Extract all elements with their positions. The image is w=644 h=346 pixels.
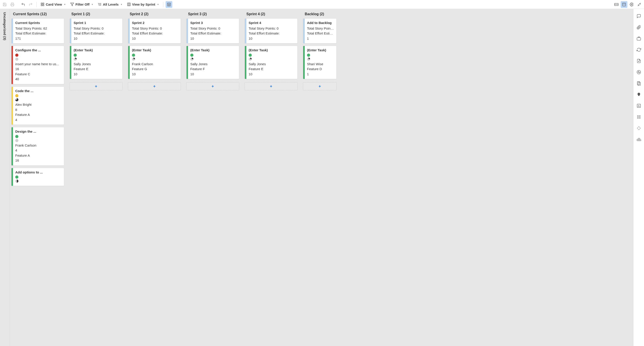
full-view-button[interactable] (621, 1, 628, 8)
lane-body: Add to BacklogTotal Story Points: 0Total… (302, 18, 338, 82)
card-edge (186, 46, 188, 79)
lane-body: Sprint 2Total Story Points: 0Total Effor… (126, 18, 182, 82)
lane-header[interactable]: Sprint 4 (2) (243, 9, 299, 18)
card-edge (245, 19, 246, 43)
task-card[interactable]: (Enter Task)Sally JonesFeature E10 (244, 46, 298, 79)
lane-summary-card[interactable]: Current SprintsTotal Story Points: 62Tot… (11, 18, 64, 43)
lane-view-toggle[interactable] (166, 1, 172, 8)
add-card-button[interactable]: + (128, 82, 181, 90)
lane-header[interactable]: Backlog (2) (302, 9, 338, 18)
lane-summary-card[interactable]: Add to BacklogTotal Story Points: 0Total… (303, 18, 336, 43)
publish-button[interactable] (636, 58, 642, 64)
task-card[interactable]: (Enter Task)Sally JonesFeature E10 (70, 46, 122, 79)
task-title: (Enter Task) (307, 48, 334, 53)
chart-button[interactable] (636, 103, 642, 108)
lane: Sprint 1 (2)Sprint 1Total Story Points: … (68, 9, 124, 189)
caret-icon: ▼ (91, 3, 93, 5)
summary-title: Current Sprints (15, 20, 62, 25)
progress-pie-icon (15, 139, 18, 142)
redo-button[interactable] (28, 1, 34, 8)
columns-icon (127, 2, 131, 6)
summary-effort-label: Total Effort Estimate: (190, 31, 237, 36)
attachments-button[interactable] (636, 25, 642, 30)
compact-view-button[interactable] (613, 1, 620, 8)
gear-icon (630, 2, 634, 6)
print-button[interactable] (9, 1, 16, 8)
filter-dropdown[interactable]: Filter Off ▼ (68, 1, 95, 8)
task-card[interactable]: Code the ...Alex Bright8Feature A4 (11, 86, 64, 125)
compact-icon (614, 3, 619, 6)
plus-icon: + (319, 84, 321, 89)
add-card-button[interactable]: + (70, 82, 122, 90)
task-value-1: 8 (15, 107, 62, 113)
task-card[interactable]: Design the ...Frank Carlson4Feature A16 (11, 127, 64, 166)
task-feature: Feature F (190, 67, 237, 72)
summary-effort-label: Total Effort Estimate: (15, 31, 62, 36)
task-feature: Feature E (248, 67, 295, 72)
svg-point-9 (98, 3, 98, 3)
lane-header[interactable]: Sprint 3 (2) (185, 9, 240, 18)
undo-button[interactable] (20, 1, 26, 8)
summary-effort-value: 171 (15, 36, 62, 41)
activity-button[interactable] (636, 69, 642, 75)
add-card-button[interactable]: + (244, 82, 298, 90)
settings-button[interactable] (628, 1, 635, 8)
card-view-icon (40, 2, 44, 6)
task-title: Design the ... (15, 129, 62, 134)
uncategorized-tab[interactable]: Uncategorized (3) (0, 9, 10, 346)
insight-button[interactable] (636, 92, 642, 97)
task-card[interactable]: Configure the ...insert your name here t… (11, 46, 64, 84)
add-card-button[interactable]: + (186, 82, 239, 90)
publish-icon (636, 59, 641, 63)
refresh-button[interactable] (636, 47, 642, 52)
task-card[interactable]: (Enter Task)Sally JonesFeature F10 (186, 46, 239, 79)
lane-summary-card[interactable]: Sprint 4Total Story Points: 0Total Effor… (244, 18, 298, 43)
collapse-button[interactable] (636, 1, 643, 8)
lane-header[interactable]: Sprint 1 (2) (68, 9, 124, 18)
svg-marker-39 (637, 127, 640, 130)
dashboard-button[interactable] (636, 114, 642, 120)
task-card[interactable]: (Enter Task)Shari WiseFeature D1 (303, 46, 336, 79)
proofs-button[interactable] (636, 36, 642, 41)
task-title: (Enter Task) (74, 48, 120, 53)
comments-button[interactable] (636, 13, 642, 19)
progress-pie-icon (15, 58, 18, 61)
card-edge (12, 127, 13, 165)
brand-button[interactable] (636, 126, 642, 131)
save-button[interactable] (1, 1, 8, 8)
levels-dropdown[interactable]: All Levels ▼ (96, 1, 124, 8)
progress-pie-icon (15, 98, 18, 101)
cloud-button[interactable] (636, 137, 642, 142)
workspace: Uncategorized (3) Current Sprints (12)Cu… (0, 9, 644, 346)
plus-icon: + (95, 84, 98, 89)
add-card-button[interactable]: + (303, 82, 336, 90)
svg-point-11 (99, 5, 99, 5)
uncategorized-tab-label: Uncategorized (3) (3, 12, 7, 40)
lane-summary-card[interactable]: Sprint 3Total Story Points: 0Total Effor… (186, 18, 239, 43)
task-assignee: Sally Jones (248, 62, 295, 67)
lane-summary-card[interactable]: Sprint 2Total Story Points: 0Total Effor… (128, 18, 181, 43)
task-value-2: 4 (15, 117, 62, 123)
board[interactable]: Current Sprints (12)Current SprintsTotal… (10, 9, 633, 346)
task-card[interactable]: (Enter Task)Frank CarlsonFeature G10 (128, 46, 181, 79)
lane-header[interactable]: Current Sprints (12) (10, 9, 66, 18)
status-dot-icon (15, 175, 18, 178)
lane-header[interactable]: Sprint 2 (2) (126, 9, 182, 18)
task-card[interactable]: Add options to ... (11, 168, 64, 186)
card-view-dropdown[interactable]: Card View ▼ (39, 1, 68, 8)
lane-body: Sprint 4Total Story Points: 0Total Effor… (243, 18, 299, 82)
lane-body: Sprint 3Total Story Points: 0Total Effor… (185, 18, 240, 82)
task-assignee: insert your name here to us... (15, 62, 62, 67)
task-title: Code the ... (15, 89, 62, 94)
lane-summary-card[interactable]: Sprint 1Total Story Points: 0Total Effor… (70, 18, 122, 43)
progress-pie-icon (190, 58, 194, 61)
lane: Sprint 2 (2)Sprint 2Total Story Points: … (126, 9, 182, 189)
plus-icon: + (212, 84, 214, 89)
summary-button[interactable] (636, 81, 642, 86)
task-title: (Enter Task) (132, 48, 178, 53)
task-feature: Feature C (15, 72, 62, 77)
view-by-dropdown[interactable]: View by Sprint ▼ (125, 1, 161, 8)
summary-effort-label: Total Effort Estimate: (132, 31, 178, 36)
summary-title: Sprint 1 (74, 20, 120, 25)
task-value-2: 40 (15, 77, 62, 82)
